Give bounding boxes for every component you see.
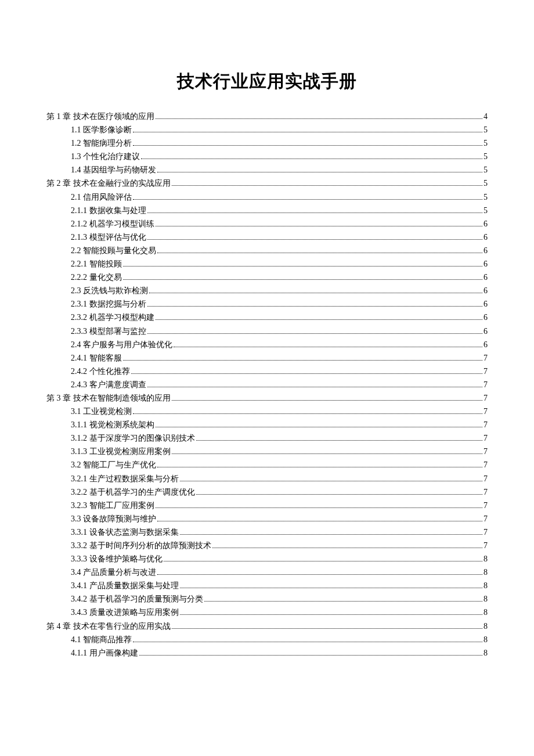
toc-entry-page: 7 (484, 512, 488, 525)
toc-entry-page: 5 (484, 177, 488, 190)
toc-entry[interactable]: 第 1 章 技术在医疗领域的应用4 (46, 110, 488, 123)
toc-leader-dots (172, 400, 483, 401)
toc-leader-dots (123, 266, 483, 267)
toc-entry-page: 5 (484, 150, 488, 163)
toc-entry-label: 1.2 智能病理分析 (71, 136, 132, 150)
toc-leader-dots (123, 360, 483, 361)
toc-entry[interactable]: 2.3.1 数据挖掘与分析6 (46, 297, 488, 311)
toc-entry-page: 7 (484, 431, 488, 445)
toc-entry[interactable]: 3.4.3 质量改进策略与应用案例8 (46, 606, 488, 619)
toc-entry[interactable]: 2.1.3 模型评估与优化6 (46, 231, 488, 244)
toc-entry[interactable]: 2.2.2 量化交易6 (46, 271, 488, 284)
toc-entry[interactable]: 2.1.1 数据收集与处理5 (46, 204, 488, 217)
toc-entry-label: 3.4.3 质量改进策略与应用案例 (71, 606, 179, 619)
toc-entry[interactable]: 第 3 章 技术在智能制造领域的应用7 (46, 391, 488, 405)
toc-entry-label: 3.1 工业视觉检测 (71, 405, 132, 418)
toc-leader-dots (157, 467, 482, 467)
toc-entry[interactable]: 2.1.2 机器学习模型训练6 (46, 217, 488, 231)
toc-leader-dots (157, 521, 482, 521)
toc-entry-label: 3.3 设备故障预测与维护 (71, 512, 156, 525)
toc-entry-label: 2.2.2 量化交易 (71, 271, 122, 284)
toc-entry[interactable]: 3.2.2 基于机器学习的生产调度优化7 (46, 485, 488, 499)
toc-leader-dots (172, 628, 483, 629)
toc-entry-page: 7 (484, 391, 488, 405)
toc-entry[interactable]: 3.3 设备故障预测与维护7 (46, 512, 488, 525)
toc-entry[interactable]: 3.4.2 基于机器学习的质量预测与分类8 (46, 592, 488, 606)
toc-entry[interactable]: 3.1.2 基于深度学习的图像识别技术7 (46, 431, 488, 445)
toc-entry-label: 2.2 智能投顾与量化交易 (71, 244, 156, 257)
toc-leader-dots (157, 253, 482, 253)
toc-leader-dots (149, 293, 482, 293)
toc-entry[interactable]: 2.3 反洗钱与欺诈检测6 (46, 284, 488, 297)
toc-entry[interactable]: 3.1.3 工业视觉检测应用案例7 (46, 445, 488, 458)
toc-entry[interactable]: 1.4 基因组学与药物研发5 (46, 163, 488, 177)
toc-entry-label: 2.1.2 机器学习模型训练 (71, 217, 154, 231)
toc-entry-label: 3.3.2 基于时间序列分析的故障预测技术 (71, 539, 211, 552)
toc-leader-dots (164, 561, 483, 561)
toc-entry-label: 第 3 章 技术在智能制造领域的应用 (46, 391, 171, 405)
toc-entry[interactable]: 3.2.1 生产过程数据采集与分析7 (46, 472, 488, 485)
toc-entry[interactable]: 4.1.1 用户画像构建8 (46, 646, 488, 660)
toc-entry[interactable]: 1.1 医学影像诊断5 (46, 123, 488, 136)
toc-entry[interactable]: 3.4 产品质量分析与改进8 (46, 566, 488, 579)
toc-entry[interactable]: 3.4.1 产品质量数据采集与处理8 (46, 579, 488, 592)
toc-entry-page: 8 (484, 592, 488, 606)
toc-entry[interactable]: 3.1 工业视觉检测7 (46, 405, 488, 418)
toc-entry-label: 2.3.1 数据挖掘与分析 (71, 297, 146, 311)
toc-entry-page: 7 (484, 418, 488, 431)
toc-leader-dots (133, 199, 482, 200)
toc-entry-label: 1.3 个性化治疗建议 (71, 150, 140, 163)
toc-entry[interactable]: 2.4 客户服务与用户体验优化6 (46, 338, 488, 351)
toc-entry-page: 8 (484, 579, 488, 592)
toc-entry[interactable]: 2.3.3 模型部署与监控6 (46, 325, 488, 338)
toc-leader-dots (141, 159, 482, 159)
toc-leader-dots (147, 306, 483, 307)
toc-entry-page: 6 (484, 338, 488, 351)
toc-entry-page: 6 (484, 325, 488, 338)
toc-entry[interactable]: 3.2 智能工厂与生产优化7 (46, 458, 488, 471)
toc-entry-label: 3.4.1 产品质量数据采集与处理 (71, 579, 179, 592)
toc-entry-page: 4 (484, 110, 488, 123)
toc-leader-dots (156, 507, 483, 508)
toc-leader-dots (123, 279, 483, 280)
toc-leader-dots (156, 118, 483, 119)
toc-leader-dots (196, 440, 483, 441)
toc-entry-label: 3.2.1 生产过程数据采集与分析 (71, 472, 179, 485)
toc-entry[interactable]: 2.2.1 智能投顾6 (46, 257, 488, 271)
toc-entry-label: 3.3.1 设备状态监测与数据采集 (71, 525, 179, 539)
toc-entry-page: 7 (484, 499, 488, 512)
toc-entry-page: 6 (484, 231, 488, 244)
toc-entry[interactable]: 2.3.2 机器学习模型构建6 (46, 311, 488, 324)
toc-entry-page: 7 (484, 378, 488, 391)
toc-entry[interactable]: 3.3.2 基于时间序列分析的故障预测技术7 (46, 539, 488, 552)
toc-entry[interactable]: 第 2 章 技术在金融行业的实战应用5 (46, 177, 488, 190)
toc-leader-dots (180, 534, 483, 535)
toc-leader-dots (212, 548, 483, 548)
toc-leader-dots (172, 185, 483, 186)
toc-entry[interactable]: 3.3.3 设备维护策略与优化8 (46, 552, 488, 566)
toc-entry-page: 7 (484, 365, 488, 378)
toc-entry[interactable]: 2.4.3 客户满意度调查7 (46, 378, 488, 391)
toc-entry-label: 1.4 基因组学与药物研发 (71, 163, 156, 177)
toc-entry-page: 7 (484, 539, 488, 552)
toc-entry-label: 2.3.3 模型部署与监控 (71, 325, 146, 338)
toc-entry[interactable]: 2.4.1 智能客服7 (46, 351, 488, 365)
toc-leader-dots (156, 226, 483, 226)
toc-entry[interactable]: 3.3.1 设备状态监测与数据采集7 (46, 525, 488, 539)
toc-entry-label: 2.4.2 个性化推荐 (71, 365, 130, 378)
toc-entry-page: 8 (484, 606, 488, 619)
toc-entry-label: 1.1 医学影像诊断 (71, 123, 132, 136)
toc-entry-page: 6 (484, 271, 488, 284)
toc-entry[interactable]: 1.3 个性化治疗建议5 (46, 150, 488, 163)
toc-entry[interactable]: 1.2 智能病理分析5 (46, 136, 488, 150)
toc-entry[interactable]: 第 4 章 技术在零售行业的应用实战8 (46, 620, 488, 633)
toc-leader-dots (133, 145, 482, 146)
toc-entry[interactable]: 2.2 智能投顾与量化交易6 (46, 244, 488, 257)
toc-entry[interactable]: 2.1 信用风险评估5 (46, 190, 488, 204)
toc-entry[interactable]: 2.4.2 个性化推荐7 (46, 365, 488, 378)
toc-entry-label: 3.4.2 基于机器学习的质量预测与分类 (71, 592, 203, 606)
toc-entry[interactable]: 3.1.1 视觉检测系统架构7 (46, 418, 488, 431)
toc-entry[interactable]: 3.2.3 智能工厂应用案例7 (46, 499, 488, 512)
toc-entry[interactable]: 4.1 智能商品推荐8 (46, 633, 488, 646)
toc-leader-dots (139, 655, 483, 656)
